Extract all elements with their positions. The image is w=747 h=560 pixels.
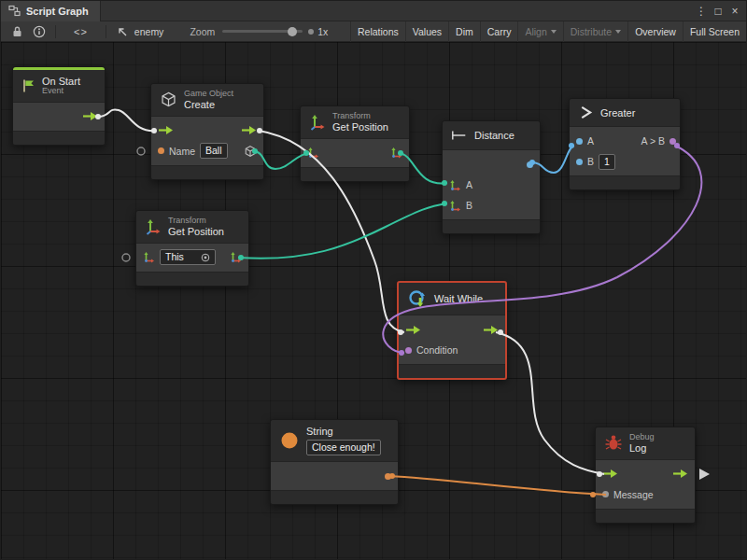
- distribute-button[interactable]: Distribute: [563, 21, 627, 42]
- wait-while-clock-icon: [407, 288, 428, 309]
- node-footer: [13, 132, 105, 145]
- script-graph-window: Script Graph ⋮ □ × <> enemy Zoom 1x Rela: [0, 0, 747, 560]
- zoom-slider[interactable]: [222, 21, 303, 42]
- toolbar-buttons: Relations Values Dim Carry Align Distrib…: [350, 21, 746, 42]
- graph-pointer-icon: [111, 21, 133, 42]
- input-a-port[interactable]: [576, 138, 583, 145]
- node-get-position-2[interactable]: Transform Get Position This: [135, 210, 249, 287]
- flow-input-arrow-icon[interactable]: [405, 325, 421, 335]
- transform-input-port-icon[interactable]: [143, 251, 155, 263]
- transform-input-port-icon[interactable]: [307, 147, 319, 159]
- message-input-port[interactable]: [602, 491, 609, 497]
- align-button[interactable]: Align: [517, 21, 562, 42]
- vector3-output-port-icon[interactable]: [390, 147, 402, 159]
- node-greater[interactable]: Greater A A > B B 1: [569, 98, 681, 190]
- zoom-label: Zoom: [190, 26, 215, 37]
- flow-output-arrow-icon[interactable]: [672, 469, 688, 479]
- node-title: Get Position: [332, 121, 388, 133]
- close-icon[interactable]: ×: [727, 5, 742, 18]
- flow-output-arrow-icon[interactable]: [483, 325, 499, 335]
- node-footer: [151, 166, 263, 179]
- node-wait-while[interactable]: Wait While Condition: [397, 281, 507, 380]
- info-icon[interactable]: [28, 21, 50, 42]
- name-field[interactable]: Ball: [200, 143, 228, 159]
- fullscreen-button[interactable]: Full Screen: [683, 21, 746, 42]
- b-value-field[interactable]: 1: [599, 154, 615, 170]
- node-title: Create: [184, 99, 233, 110]
- node-footer: [271, 491, 398, 504]
- tab-script-graph[interactable]: Script Graph: [1, 1, 101, 21]
- vector3-port-icon[interactable]: [449, 200, 461, 212]
- condition-label: Condition: [416, 344, 458, 356]
- values-button[interactable]: Values: [405, 21, 448, 42]
- node-footer: [570, 176, 680, 189]
- code-icon[interactable]: <>: [61, 26, 101, 37]
- titlebar: Script Graph ⋮ □ ×: [1, 1, 746, 21]
- input-a-label: A: [587, 135, 594, 147]
- string-value-field[interactable]: Close enough!: [306, 440, 381, 455]
- node-footer: [136, 273, 248, 286]
- toolbar-divider: [106, 25, 106, 38]
- condition-input-port[interactable]: [405, 347, 412, 354]
- node-title: Greater: [600, 107, 635, 119]
- greater-output-port[interactable]: [669, 138, 676, 145]
- output-label: A > B: [641, 135, 665, 147]
- node-distance[interactable]: Distance A B: [442, 120, 541, 234]
- vector3-port-icon[interactable]: [449, 179, 461, 191]
- target-dropdown[interactable]: This: [160, 249, 216, 265]
- graph-toolbar: <> enemy Zoom 1x Relations Values Dim Ca…: [1, 21, 746, 42]
- script-graph-icon: [8, 5, 21, 17]
- node-category: Debug: [629, 433, 655, 442]
- node-log[interactable]: Debug Log Message: [595, 427, 696, 524]
- name-input-port[interactable]: [158, 147, 164, 154]
- zoom-reset-dot[interactable]: [308, 29, 314, 35]
- node-subtitle: Event: [42, 87, 80, 96]
- distance-output-port[interactable]: [527, 161, 533, 168]
- target-value: This: [165, 251, 184, 263]
- overview-button[interactable]: Overview: [627, 21, 683, 42]
- node-title: Get Position: [168, 226, 224, 237]
- node-on-start[interactable]: On Start Event: [12, 66, 106, 146]
- flow-input-arrow-icon[interactable]: [158, 125, 174, 135]
- node-create[interactable]: Game Object Create Name Ball: [150, 83, 264, 180]
- object-picker-icon[interactable]: [201, 253, 210, 262]
- node-get-position-1[interactable]: Transform Get Position: [300, 105, 410, 182]
- flow-output-arrow-icon[interactable]: [241, 125, 257, 135]
- flow-output-arrow-icon[interactable]: [82, 111, 98, 121]
- flag-icon: [21, 78, 35, 93]
- align-label: Align: [525, 26, 546, 37]
- node-category: Transform: [332, 112, 388, 121]
- node-footer: [399, 365, 505, 378]
- string-output-port[interactable]: [385, 473, 391, 480]
- input-b-port[interactable]: [576, 159, 583, 165]
- node-title: Distance: [474, 130, 514, 141]
- greater-icon: [578, 105, 594, 120]
- game-object-output-port-cube-icon[interactable]: [244, 145, 257, 158]
- dim-button[interactable]: Dim: [448, 21, 480, 42]
- node-category: Transform: [168, 217, 224, 226]
- node-string[interactable]: String Close enough!: [270, 419, 399, 505]
- node-footer: [301, 168, 409, 181]
- chevron-down-icon: [615, 30, 621, 34]
- relations-button[interactable]: Relations: [350, 21, 405, 42]
- lock-icon[interactable]: [7, 21, 28, 42]
- node-title: String: [306, 426, 381, 437]
- more-options-icon[interactable]: ⋮: [694, 5, 709, 18]
- chevron-down-icon: [551, 30, 557, 34]
- input-b-label: B: [587, 156, 594, 167]
- vector3-output-port-icon[interactable]: [230, 251, 242, 263]
- node-title: Wait While: [434, 293, 483, 304]
- graph-name[interactable]: enemy: [134, 26, 164, 37]
- zoom-slider-knob[interactable]: [288, 27, 297, 36]
- node-category: Game Object: [184, 90, 233, 99]
- node-title: Log: [629, 442, 655, 454]
- window-title: Script Graph: [26, 6, 89, 17]
- flow-input-arrow-icon[interactable]: [602, 469, 618, 479]
- message-label: Message: [613, 489, 654, 500]
- transform-icon: [309, 114, 326, 131]
- input-a-label: A: [466, 179, 472, 190]
- distance-icon: [451, 129, 468, 142]
- cube-icon: [160, 91, 177, 108]
- maximize-icon[interactable]: □: [711, 5, 726, 18]
- carry-button[interactable]: Carry: [480, 21, 518, 42]
